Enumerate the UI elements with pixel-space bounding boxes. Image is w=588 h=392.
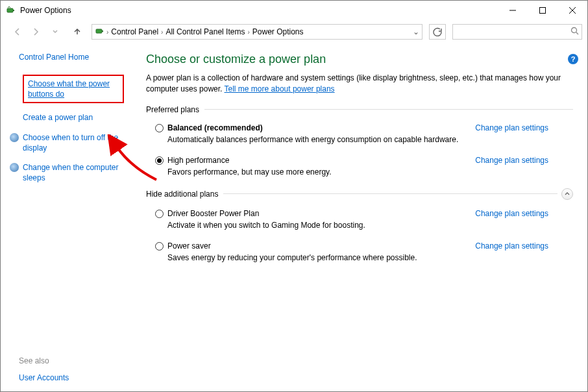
page-title: Choose or customize a power plan bbox=[146, 53, 573, 66]
radio-button[interactable] bbox=[155, 156, 164, 165]
plan-description: Activate it when you switch to Gaming Mo… bbox=[167, 221, 466, 230]
search-input[interactable] bbox=[456, 27, 570, 37]
collapse-button[interactable] bbox=[561, 188, 573, 200]
chevron-right-icon[interactable]: › bbox=[160, 29, 164, 36]
see-also-link[interactable]: User Accounts bbox=[19, 373, 69, 382]
recent-dropdown[interactable] bbox=[47, 24, 63, 40]
search-icon[interactable] bbox=[570, 27, 579, 37]
sidebar-link-label: Choose when to turn off the display bbox=[23, 132, 124, 153]
chevron-down-icon[interactable]: ⌄ bbox=[411, 27, 421, 36]
battery-icon bbox=[6, 5, 16, 16]
plan-balanced: Balanced (recommended) Automatically bal… bbox=[146, 123, 573, 144]
close-button[interactable] bbox=[557, 1, 587, 20]
breadcrumb-item[interactable]: All Control Panel Items bbox=[164, 27, 246, 36]
see-also-header: See also bbox=[19, 356, 69, 365]
learn-more-link[interactable]: Tell me more about power plans bbox=[225, 84, 335, 93]
svg-rect-7 bbox=[102, 31, 103, 32]
svg-rect-1 bbox=[13, 10, 14, 11]
breadcrumb-item[interactable]: Power Options bbox=[251, 27, 305, 36]
bullet-icon bbox=[10, 75, 19, 84]
forward-button[interactable] bbox=[28, 24, 43, 40]
sidebar-link-power-buttons[interactable]: Choose what the power buttons do bbox=[10, 75, 124, 103]
plan-name[interactable]: High performance bbox=[167, 156, 466, 165]
refresh-button[interactable] bbox=[429, 24, 446, 40]
toolbar: › Control Panel › All Control Panel Item… bbox=[1, 20, 587, 43]
plan-power-saver: Power saver Saves energy by reducing you… bbox=[146, 241, 573, 262]
plan-driver-booster: Driver Booster Power Plan Activate it wh… bbox=[146, 209, 573, 230]
radio-button[interactable] bbox=[155, 242, 164, 251]
preferred-plans-group: Preferred plans bbox=[146, 105, 573, 114]
plan-description: Favors performance, but may use more ene… bbox=[167, 167, 466, 177]
change-plan-settings-link[interactable]: Change plan settings bbox=[475, 241, 573, 251]
change-plan-settings-link[interactable]: Change plan settings bbox=[475, 156, 573, 165]
sidebar-link-turn-off-display[interactable]: Choose when to turn off the display bbox=[10, 132, 124, 153]
search-box[interactable] bbox=[452, 24, 582, 40]
bullet-icon bbox=[10, 133, 19, 142]
chevron-right-icon[interactable]: › bbox=[105, 29, 110, 36]
see-also: See also User Accounts bbox=[19, 356, 69, 382]
plan-high-performance: High performance Favors performance, but… bbox=[146, 156, 573, 177]
titlebar: Power Options bbox=[1, 1, 587, 20]
change-plan-settings-link[interactable]: Change plan settings bbox=[475, 123, 573, 132]
page-description: A power plan is a collection of hardware… bbox=[146, 73, 573, 95]
sidebar-link-label: Create a power plan bbox=[23, 112, 93, 123]
sidebar-link-label: Change when the computer sleeps bbox=[23, 162, 124, 183]
change-plan-settings-link[interactable]: Change plan settings bbox=[475, 209, 573, 218]
bullet-icon bbox=[10, 113, 19, 122]
sidebar-link-computer-sleeps[interactable]: Change when the computer sleeps bbox=[10, 162, 124, 183]
main-content: Choose or customize a power plan A power… bbox=[130, 43, 587, 391]
sidebar-link-create-plan[interactable]: Create a power plan bbox=[10, 112, 124, 123]
plan-name[interactable]: Driver Booster Power Plan bbox=[167, 209, 466, 218]
radio-button[interactable] bbox=[155, 124, 164, 132]
plan-description: Saves energy by reducing your computer's… bbox=[167, 253, 466, 262]
address-bar[interactable]: › Control Panel › All Control Panel Item… bbox=[92, 24, 423, 40]
additional-plans-group: Hide additional plans bbox=[146, 188, 573, 200]
maximize-button[interactable] bbox=[528, 1, 557, 20]
up-button[interactable] bbox=[69, 24, 85, 40]
svg-rect-6 bbox=[96, 29, 102, 33]
window-title: Power Options bbox=[20, 6, 498, 15]
svg-rect-0 bbox=[7, 8, 13, 12]
plan-name[interactable]: Power saver bbox=[167, 241, 466, 251]
minimize-button[interactable] bbox=[498, 1, 528, 20]
plan-description: Automatically balances performance with … bbox=[167, 135, 466, 144]
control-panel-home-link[interactable]: Control Panel Home bbox=[19, 53, 124, 62]
plan-name[interactable]: Balanced (recommended) bbox=[167, 123, 466, 132]
svg-line-9 bbox=[576, 32, 579, 35]
sidebar: Control Panel Home Choose what the power… bbox=[1, 43, 130, 391]
sidebar-link-label: Choose what the power buttons do bbox=[28, 79, 110, 99]
breadcrumb-item[interactable]: Control Panel bbox=[110, 27, 160, 36]
radio-button[interactable] bbox=[155, 210, 164, 218]
battery-icon bbox=[95, 26, 105, 38]
back-button[interactable] bbox=[10, 24, 25, 40]
chevron-right-icon[interactable]: › bbox=[246, 29, 251, 36]
svg-rect-3 bbox=[540, 8, 546, 14]
bullet-icon bbox=[10, 163, 19, 172]
svg-point-8 bbox=[572, 28, 577, 33]
